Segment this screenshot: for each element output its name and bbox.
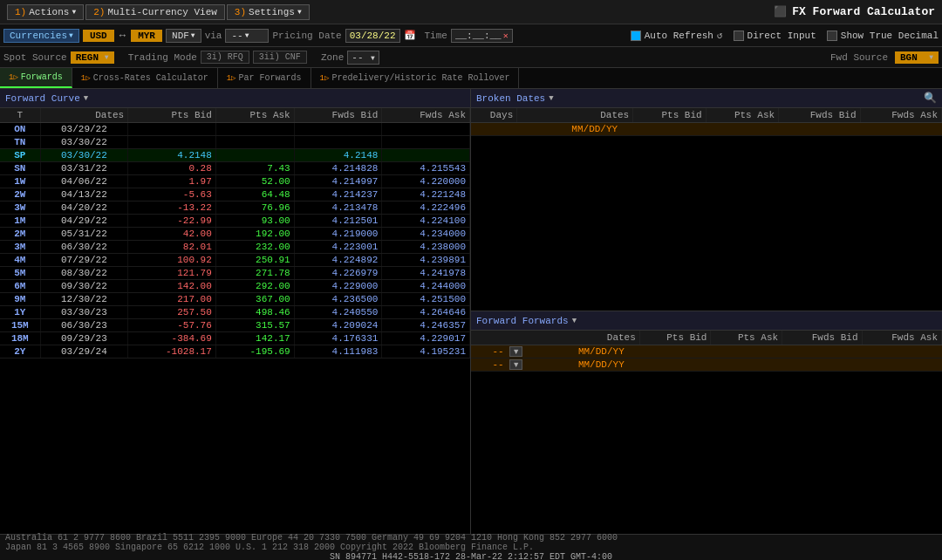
show-true-decimal-checkbox[interactable] — [827, 31, 837, 41]
time-value: __:__:__ — [455, 31, 502, 41]
rfq-button[interactable]: 3i) RFQ — [201, 51, 249, 64]
fwd-t-TN: TN — [0, 136, 40, 149]
settings-label: Settings — [249, 7, 295, 17]
fwd-date-SP: 03/30/22 — [40, 149, 128, 162]
tab-predelivery[interactable]: 1▷ Predelivery/Historic Rate Rollover — [311, 68, 520, 88]
fwd-pts-bid-5M: 121.79 — [128, 267, 216, 280]
ff-date-input-1[interactable] — [566, 346, 636, 357]
ff-from-dropdown-2[interactable]: ▼ — [509, 359, 522, 370]
show-true-decimal-control[interactable]: Show True Decimal — [827, 31, 939, 41]
ff-pts-ask-1 — [711, 345, 782, 359]
ff-date-1[interactable] — [526, 345, 639, 359]
fwd-date-2Y: 03/29/24 — [40, 345, 128, 359]
tab-cross-rates-label: Cross-Rates Calculator — [93, 73, 208, 83]
fwd-fwds-ask-2W: 4.221248 — [382, 188, 470, 201]
actions-arrow: ▼ — [72, 8, 76, 16]
broken-dates-chevron[interactable]: ▼ — [549, 94, 553, 103]
fwd-date-18M: 09/29/23 — [40, 332, 128, 345]
bd-pts-ask-cell — [706, 123, 778, 136]
fwd-row-4M: 4M07/29/22100.92250.914.2248924.239891 — [0, 254, 470, 267]
time-clear-icon[interactable]: ✕ — [503, 31, 509, 41]
currency-to[interactable]: MYR — [131, 30, 162, 42]
fwd-pts-ask-5M: 271.78 — [215, 267, 294, 280]
ff-col-fwds-bid: Fwds Bid — [782, 331, 862, 345]
cnf-button[interactable]: 3ii) CNF — [253, 51, 307, 64]
fwd-pts-ask-4M: 250.91 — [215, 254, 294, 267]
fwd-fwds-ask-2Y: 4.195231 — [382, 345, 470, 359]
ff-date-input-2[interactable] — [566, 359, 636, 370]
ff-pts-bid-2 — [639, 359, 711, 372]
fwd-fwds-bid-1W: 4.214997 — [294, 175, 382, 188]
fwd-fwds-bid-3W: 4.213478 — [294, 201, 382, 215]
fwd-pts-bid-2M: 42.00 — [128, 228, 216, 241]
fwd-row-2M: 2M05/31/2242.00192.004.2190004.234000 — [0, 228, 470, 241]
col-fwds-ask: Fwds Ask — [382, 108, 470, 123]
fwd-fwds-bid-1M: 4.212501 — [294, 215, 382, 228]
auto-refresh-checkbox[interactable] — [631, 31, 641, 41]
fwd-pts-ask-9M: 367.00 — [215, 293, 294, 306]
fwd-row-1W: 1W04/06/221.9752.004.2149974.220000 — [0, 175, 470, 188]
actions-menu[interactable]: 1) Actions ▼ — [7, 4, 84, 20]
fwd-fwds-bid-TN — [294, 136, 382, 149]
ndf-button[interactable]: NDF ▼ — [166, 29, 201, 43]
forward-curve-panel: Forward Curve ▼ T Dates Pts Bid Pts Ask … — [0, 89, 471, 534]
fwd-date-2W: 04/13/22 — [40, 188, 128, 201]
via-dropdown[interactable]: -- ▼ — [225, 29, 269, 43]
direct-input-checkbox[interactable] — [734, 31, 744, 41]
fwd-pts-ask-ON — [215, 123, 294, 136]
broken-date-input[interactable] — [560, 124, 630, 134]
currency-from[interactable]: USD — [83, 30, 114, 42]
tab-forwards[interactable]: 1▷ Forwards — [0, 68, 72, 88]
forward-curve-chevron[interactable]: ▼ — [84, 94, 88, 103]
search-icon[interactable]: 🔍 — [924, 92, 937, 105]
fwd-pts-bid-SP: 4.2148 — [128, 149, 216, 162]
fwd-fwds-bid-18M: 4.176331 — [294, 332, 382, 345]
fwd-t-9M: 9M — [0, 293, 40, 306]
settings-menu[interactable]: 3) Settings ▼ — [227, 4, 310, 20]
ff-from-label-2: -- — [492, 359, 503, 370]
forward-forwards-header-row: Dates Pts Bid Pts Ask Fwds Bid Fwds Ask — [471, 331, 942, 345]
spot-source-value[interactable]: REGN ▼ — [71, 51, 114, 64]
forward-curve-body: ON03/29/22TN03/30/22SP03/30/224.21484.21… — [0, 123, 470, 359]
tab-forwards-label: Forwards — [21, 72, 63, 82]
currency-arrow: ↔ — [118, 30, 127, 42]
app-title-area: ⬛ FX Forward Calculator — [774, 5, 935, 18]
fwd-fwds-bid-5M: 4.226979 — [294, 267, 382, 280]
currencies-dropdown[interactable]: Currencies ▼ — [3, 29, 79, 43]
forward-forwards-chevron[interactable]: ▼ — [572, 317, 577, 325]
fwd-row-6M: 6M09/30/22142.00292.004.2290004.244000 — [0, 280, 470, 293]
pricing-date-value[interactable]: 03/28/22 — [345, 29, 400, 43]
fwd-fwds-ask-ON — [382, 123, 470, 136]
multi-currency-menu[interactable]: 2) Multi-Currency View — [85, 4, 225, 20]
time-input[interactable]: __:__:__ ✕ — [451, 29, 513, 43]
ff-date-2[interactable] — [526, 359, 639, 372]
zone-arrow: ▼ — [371, 54, 375, 62]
calendar-icon[interactable]: 📅 — [404, 30, 416, 41]
refresh-icon[interactable]: ↺ — [717, 30, 723, 41]
toolbar-row1: Currencies ▼ USD ↔ MYR NDF ▼ via -- ▼ Pr… — [0, 24, 942, 47]
tab-par-forwards[interactable]: 1▷ Par Forwards — [218, 68, 311, 88]
tab-cross-rates[interactable]: 1▷ Cross-Rates Calculator — [72, 68, 218, 88]
ff-from-dropdown-1[interactable]: ▼ — [509, 346, 522, 357]
fwd-date-5M: 08/30/22 — [40, 267, 128, 280]
fwd-t-6M: 6M — [0, 280, 40, 293]
fwd-pts-ask-1Y: 498.46 — [215, 306, 294, 319]
fwd-pts-ask-2Y: -195.69 — [215, 345, 294, 359]
pricing-date-label: Pricing Date — [272, 31, 341, 41]
fwd-pts-ask-SP — [215, 149, 294, 162]
ff-pts-ask-2 — [711, 359, 782, 372]
fwd-source-value[interactable]: BGN ▼ — [895, 51, 939, 64]
auto-refresh-control[interactable]: Auto Refresh ↺ — [631, 30, 723, 41]
right-controls: Auto Refresh ↺ Direct Input Show True De… — [631, 30, 939, 41]
forward-curve-title-area: Forward Curve ▼ — [5, 93, 88, 104]
bd-col-days: Days — [471, 108, 517, 123]
fwd-pts-bid-1W: 1.97 — [128, 175, 216, 188]
fwd-row-5M: 5M08/30/22121.79271.784.2269794.241978 — [0, 267, 470, 280]
fwd-fwds-bid-2W: 4.214237 — [294, 188, 382, 201]
actions-label: Actions — [29, 7, 69, 17]
bd-date-cell[interactable] — [517, 123, 633, 136]
fwd-fwds-bid-6M: 4.229000 — [294, 280, 382, 293]
fwd-pts-bid-1Y: 257.50 — [128, 306, 216, 319]
direct-input-control[interactable]: Direct Input — [734, 31, 816, 41]
zone-value[interactable]: -- ▼ — [347, 51, 379, 65]
